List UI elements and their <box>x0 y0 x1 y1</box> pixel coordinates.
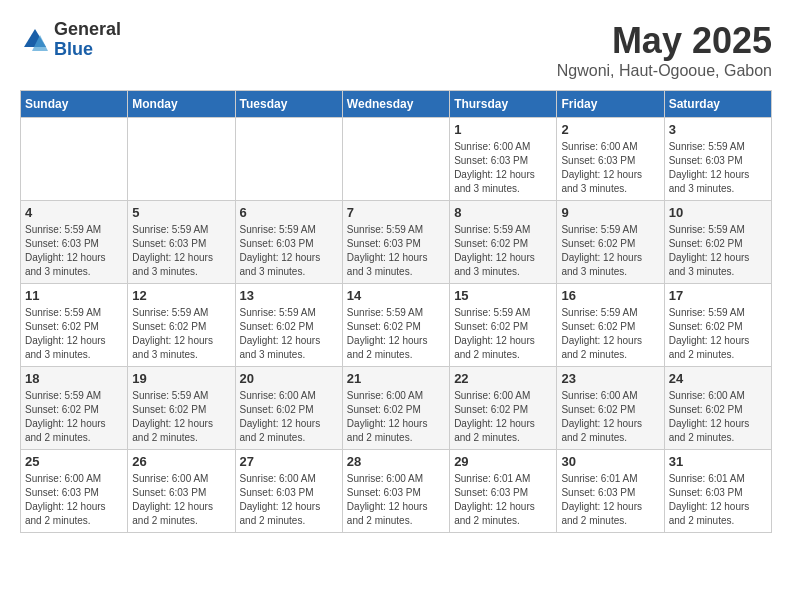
calendar-cell: 12Sunrise: 5:59 AM Sunset: 6:02 PM Dayli… <box>128 284 235 367</box>
calendar-cell: 4Sunrise: 5:59 AM Sunset: 6:03 PM Daylig… <box>21 201 128 284</box>
day-number: 19 <box>132 371 230 386</box>
day-info: Sunrise: 5:59 AM Sunset: 6:02 PM Dayligh… <box>240 306 338 362</box>
calendar-cell: 29Sunrise: 6:01 AM Sunset: 6:03 PM Dayli… <box>450 450 557 533</box>
calendar-cell <box>342 118 449 201</box>
weekday-header: Thursday <box>450 91 557 118</box>
day-number: 9 <box>561 205 659 220</box>
day-number: 2 <box>561 122 659 137</box>
weekday-header: Saturday <box>664 91 771 118</box>
day-info: Sunrise: 6:00 AM Sunset: 6:02 PM Dayligh… <box>240 389 338 445</box>
day-number: 26 <box>132 454 230 469</box>
day-number: 25 <box>25 454 123 469</box>
day-number: 29 <box>454 454 552 469</box>
day-info: Sunrise: 6:00 AM Sunset: 6:03 PM Dayligh… <box>454 140 552 196</box>
calendar-cell: 9Sunrise: 5:59 AM Sunset: 6:02 PM Daylig… <box>557 201 664 284</box>
calendar-cell: 31Sunrise: 6:01 AM Sunset: 6:03 PM Dayli… <box>664 450 771 533</box>
calendar-cell: 6Sunrise: 5:59 AM Sunset: 6:03 PM Daylig… <box>235 201 342 284</box>
day-info: Sunrise: 6:01 AM Sunset: 6:03 PM Dayligh… <box>454 472 552 528</box>
day-number: 5 <box>132 205 230 220</box>
day-info: Sunrise: 5:59 AM Sunset: 6:02 PM Dayligh… <box>132 306 230 362</box>
calendar-cell: 10Sunrise: 5:59 AM Sunset: 6:02 PM Dayli… <box>664 201 771 284</box>
calendar-cell: 18Sunrise: 5:59 AM Sunset: 6:02 PM Dayli… <box>21 367 128 450</box>
calendar-cell: 21Sunrise: 6:00 AM Sunset: 6:02 PM Dayli… <box>342 367 449 450</box>
calendar-cell: 26Sunrise: 6:00 AM Sunset: 6:03 PM Dayli… <box>128 450 235 533</box>
logo: General Blue <box>20 20 121 60</box>
day-number: 17 <box>669 288 767 303</box>
day-number: 22 <box>454 371 552 386</box>
day-number: 12 <box>132 288 230 303</box>
day-number: 8 <box>454 205 552 220</box>
weekday-header: Wednesday <box>342 91 449 118</box>
calendar-cell: 2Sunrise: 6:00 AM Sunset: 6:03 PM Daylig… <box>557 118 664 201</box>
calendar-header-row: SundayMondayTuesdayWednesdayThursdayFrid… <box>21 91 772 118</box>
day-info: Sunrise: 6:01 AM Sunset: 6:03 PM Dayligh… <box>669 472 767 528</box>
day-number: 30 <box>561 454 659 469</box>
calendar-cell: 8Sunrise: 5:59 AM Sunset: 6:02 PM Daylig… <box>450 201 557 284</box>
page-title: May 2025 <box>557 20 772 62</box>
calendar-cell: 11Sunrise: 5:59 AM Sunset: 6:02 PM Dayli… <box>21 284 128 367</box>
calendar-cell: 15Sunrise: 5:59 AM Sunset: 6:02 PM Dayli… <box>450 284 557 367</box>
logo-icon <box>20 25 50 55</box>
day-info: Sunrise: 5:59 AM Sunset: 6:02 PM Dayligh… <box>561 306 659 362</box>
calendar-week-row: 11Sunrise: 5:59 AM Sunset: 6:02 PM Dayli… <box>21 284 772 367</box>
day-info: Sunrise: 5:59 AM Sunset: 6:03 PM Dayligh… <box>25 223 123 279</box>
day-info: Sunrise: 6:00 AM Sunset: 6:03 PM Dayligh… <box>561 140 659 196</box>
day-info: Sunrise: 5:59 AM Sunset: 6:03 PM Dayligh… <box>347 223 445 279</box>
calendar-cell: 23Sunrise: 6:00 AM Sunset: 6:02 PM Dayli… <box>557 367 664 450</box>
calendar-cell: 28Sunrise: 6:00 AM Sunset: 6:03 PM Dayli… <box>342 450 449 533</box>
calendar-cell: 13Sunrise: 5:59 AM Sunset: 6:02 PM Dayli… <box>235 284 342 367</box>
day-number: 6 <box>240 205 338 220</box>
page-header: General Blue May 2025 Ngwoni, Haut-Ogoou… <box>20 20 772 80</box>
day-info: Sunrise: 5:59 AM Sunset: 6:03 PM Dayligh… <box>669 140 767 196</box>
title-block: May 2025 Ngwoni, Haut-Ogooue, Gabon <box>557 20 772 80</box>
calendar-cell: 22Sunrise: 6:00 AM Sunset: 6:02 PM Dayli… <box>450 367 557 450</box>
calendar-cell: 7Sunrise: 5:59 AM Sunset: 6:03 PM Daylig… <box>342 201 449 284</box>
day-info: Sunrise: 5:59 AM Sunset: 6:02 PM Dayligh… <box>454 223 552 279</box>
day-number: 31 <box>669 454 767 469</box>
calendar-week-row: 18Sunrise: 5:59 AM Sunset: 6:02 PM Dayli… <box>21 367 772 450</box>
day-info: Sunrise: 6:00 AM Sunset: 6:03 PM Dayligh… <box>132 472 230 528</box>
day-info: Sunrise: 5:59 AM Sunset: 6:02 PM Dayligh… <box>132 389 230 445</box>
day-info: Sunrise: 5:59 AM Sunset: 6:02 PM Dayligh… <box>25 306 123 362</box>
day-info: Sunrise: 6:00 AM Sunset: 6:03 PM Dayligh… <box>25 472 123 528</box>
day-number: 18 <box>25 371 123 386</box>
day-number: 3 <box>669 122 767 137</box>
calendar-cell: 5Sunrise: 5:59 AM Sunset: 6:03 PM Daylig… <box>128 201 235 284</box>
calendar-cell <box>235 118 342 201</box>
day-info: Sunrise: 5:59 AM Sunset: 6:03 PM Dayligh… <box>240 223 338 279</box>
weekday-header: Sunday <box>21 91 128 118</box>
day-info: Sunrise: 5:59 AM Sunset: 6:03 PM Dayligh… <box>132 223 230 279</box>
calendar-cell <box>21 118 128 201</box>
day-info: Sunrise: 5:59 AM Sunset: 6:02 PM Dayligh… <box>25 389 123 445</box>
day-number: 21 <box>347 371 445 386</box>
page-subtitle: Ngwoni, Haut-Ogooue, Gabon <box>557 62 772 80</box>
day-number: 23 <box>561 371 659 386</box>
day-info: Sunrise: 5:59 AM Sunset: 6:02 PM Dayligh… <box>669 306 767 362</box>
day-number: 7 <box>347 205 445 220</box>
day-info: Sunrise: 5:59 AM Sunset: 6:02 PM Dayligh… <box>347 306 445 362</box>
day-info: Sunrise: 5:59 AM Sunset: 6:02 PM Dayligh… <box>669 223 767 279</box>
logo-general-text: General <box>54 19 121 39</box>
calendar-cell: 30Sunrise: 6:01 AM Sunset: 6:03 PM Dayli… <box>557 450 664 533</box>
calendar-cell: 20Sunrise: 6:00 AM Sunset: 6:02 PM Dayli… <box>235 367 342 450</box>
weekday-header: Tuesday <box>235 91 342 118</box>
day-info: Sunrise: 6:00 AM Sunset: 6:02 PM Dayligh… <box>561 389 659 445</box>
calendar-table: SundayMondayTuesdayWednesdayThursdayFrid… <box>20 90 772 533</box>
calendar-week-row: 4Sunrise: 5:59 AM Sunset: 6:03 PM Daylig… <box>21 201 772 284</box>
day-info: Sunrise: 6:00 AM Sunset: 6:03 PM Dayligh… <box>347 472 445 528</box>
day-info: Sunrise: 6:00 AM Sunset: 6:02 PM Dayligh… <box>669 389 767 445</box>
day-number: 27 <box>240 454 338 469</box>
day-number: 11 <box>25 288 123 303</box>
day-info: Sunrise: 6:00 AM Sunset: 6:03 PM Dayligh… <box>240 472 338 528</box>
calendar-cell: 17Sunrise: 5:59 AM Sunset: 6:02 PM Dayli… <box>664 284 771 367</box>
weekday-header: Monday <box>128 91 235 118</box>
calendar-cell: 25Sunrise: 6:00 AM Sunset: 6:03 PM Dayli… <box>21 450 128 533</box>
day-info: Sunrise: 6:00 AM Sunset: 6:02 PM Dayligh… <box>347 389 445 445</box>
day-number: 15 <box>454 288 552 303</box>
calendar-cell: 14Sunrise: 5:59 AM Sunset: 6:02 PM Dayli… <box>342 284 449 367</box>
calendar-cell <box>128 118 235 201</box>
day-info: Sunrise: 6:01 AM Sunset: 6:03 PM Dayligh… <box>561 472 659 528</box>
calendar-cell: 27Sunrise: 6:00 AM Sunset: 6:03 PM Dayli… <box>235 450 342 533</box>
calendar-cell: 16Sunrise: 5:59 AM Sunset: 6:02 PM Dayli… <box>557 284 664 367</box>
calendar-week-row: 25Sunrise: 6:00 AM Sunset: 6:03 PM Dayli… <box>21 450 772 533</box>
